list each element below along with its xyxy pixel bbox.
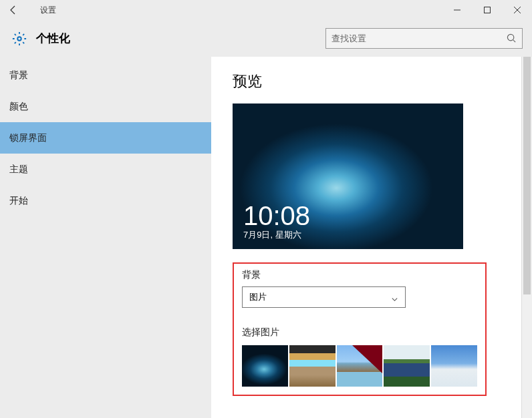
preview-time: 10:08 (243, 202, 310, 229)
choose-picture-label: 选择图片 (242, 327, 477, 339)
sidebar-item-lockscreen[interactable]: 锁屏界面 (0, 122, 211, 154)
picture-thumb-1[interactable] (242, 345, 288, 387)
preview-date: 7月9日, 星期六 (243, 229, 301, 241)
gear-icon (12, 31, 27, 46)
picture-thumb-2[interactable] (289, 345, 336, 387)
svg-line-6 (513, 40, 515, 42)
picture-thumb-5[interactable] (431, 345, 477, 387)
svg-point-5 (507, 34, 513, 40)
chevron-down-icon (391, 294, 398, 301)
maximize-button[interactable] (472, 0, 502, 20)
background-label: 背景 (242, 269, 477, 281)
background-dropdown[interactable]: 图片 (242, 286, 406, 308)
sidebar-item-colors[interactable]: 颜色 (0, 91, 211, 122)
scrollbar[interactable] (521, 57, 532, 418)
search-icon (507, 33, 517, 43)
content-area: 预览 10:08 7月9日, 星期六 背景 图片 选择图片 (211, 57, 532, 418)
preview-heading: 预览 (233, 71, 511, 91)
scroll-thumb[interactable] (523, 57, 531, 294)
picture-thumb-3[interactable] (337, 345, 383, 387)
picture-thumb-4[interactable] (384, 345, 430, 387)
window-title: 设置 (27, 5, 442, 16)
sidebar: 背景 颜色 锁屏界面 主题 开始 (0, 57, 211, 418)
svg-point-4 (17, 37, 21, 41)
sidebar-item-background[interactable]: 背景 (0, 59, 211, 91)
picture-thumbnails (242, 345, 477, 387)
svg-rect-1 (484, 7, 490, 13)
sidebar-item-start[interactable]: 开始 (0, 185, 211, 216)
search-input[interactable] (331, 33, 507, 43)
lockscreen-preview: 10:08 7月9日, 星期六 (233, 103, 463, 249)
back-button[interactable] (0, 0, 27, 20)
page-title: 个性化 (36, 31, 325, 46)
minimize-button[interactable] (442, 0, 472, 20)
dropdown-value: 图片 (249, 291, 267, 303)
search-box[interactable] (325, 28, 523, 49)
sidebar-item-themes[interactable]: 主题 (0, 154, 211, 185)
highlight-annotation: 背景 图片 选择图片 (233, 262, 487, 396)
close-button[interactable] (502, 0, 532, 20)
